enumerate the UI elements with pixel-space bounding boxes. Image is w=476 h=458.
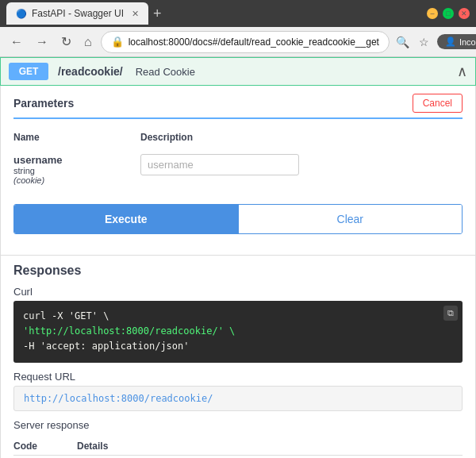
tab-close-icon[interactable]: ✕ [132, 9, 139, 19]
params-table: Name Description username string (cookie… [13, 127, 463, 191]
method-badge: GET [9, 63, 48, 80]
param-location: (cookie) [13, 175, 140, 185]
forward-button[interactable]: → [32, 33, 52, 51]
param-row-username: username string (cookie) [13, 148, 463, 191]
home-button[interactable]: ⌂ [80, 33, 96, 51]
responses-title: Responses [13, 264, 463, 278]
request-url-section: Request URL http://localhost:8000/readco… [13, 371, 463, 411]
search-icon[interactable]: 🔍 [394, 34, 411, 50]
param-desc-cell [140, 154, 463, 175]
active-tab[interactable]: 🔵 FastAPI - Swagger UI ✕ [6, 2, 148, 25]
title-bar: 🔵 FastAPI - Swagger UI ✕ + – □ ✕ [0, 0, 476, 27]
curl-line1: curl -X 'GET' \ [23, 310, 109, 321]
back-button[interactable]: ← [6, 33, 27, 51]
endpoint-header: GET /readcookie/ Read Cookie ∧ [0, 57, 476, 86]
curl-section: Curl curl -X 'GET' \ 'http://localhost:8… [13, 286, 463, 363]
execute-button[interactable]: Execute [14, 205, 238, 233]
nav-icons: 🔍 ☆ 👤 Incognito [394, 34, 476, 50]
username-input[interactable] [140, 154, 299, 175]
params-header: Parameters Cancel [13, 94, 463, 119]
curl-label: Curl [13, 286, 463, 298]
reload-button[interactable]: ↻ [57, 33, 75, 51]
parameters-section: Parameters Cancel Name Description usern… [0, 86, 476, 256]
curl-line2: 'http://localhost:8000/readcookie/' \ [23, 325, 235, 337]
responses-section: Responses Curl curl -X 'GET' \ 'http://l… [0, 256, 476, 458]
profile-icon: 👤 [445, 37, 456, 47]
request-url-value: http://localhost:8000/readcookie/ [24, 393, 213, 404]
copy-curl-button[interactable]: ⧉ [443, 306, 458, 321]
endpoint-summary: Read Cookie [136, 66, 195, 78]
clear-button[interactable]: Clear [238, 205, 463, 233]
minimize-button[interactable]: – [427, 8, 438, 19]
server-response-label: Server response [13, 419, 463, 431]
tab-area: 🔵 FastAPI - Swagger UI ✕ + [6, 2, 162, 25]
param-type: string [13, 166, 140, 175]
page-content: GET /readcookie/ Read Cookie ∧ Parameter… [0, 57, 476, 458]
maximize-button[interactable]: □ [443, 8, 454, 19]
new-tab-button[interactable]: + [153, 6, 162, 22]
window-controls: – □ ✕ [427, 8, 470, 19]
profile-button[interactable]: 👤 Incognito [437, 34, 476, 49]
param-name-cell: username string (cookie) [13, 154, 140, 185]
params-tab-label[interactable]: Parameters [13, 97, 74, 110]
request-url-box: http://localhost:8000/readcookie/ [13, 386, 463, 411]
cancel-button[interactable]: Cancel [413, 94, 463, 113]
close-button[interactable]: ✕ [459, 8, 470, 19]
params-table-header: Name Description [13, 127, 463, 148]
profile-label: Incognito [459, 37, 476, 47]
collapse-button[interactable]: ∧ [457, 63, 467, 80]
nav-bar: ← → ↻ ⌂ 🔒 localhost:8000/docs#/default/r… [0, 27, 476, 57]
address-bar[interactable]: 🔒 localhost:8000/docs#/default/read_cook… [101, 31, 390, 53]
bookmark-icon[interactable]: ☆ [417, 34, 431, 50]
col-description-header: Description [140, 132, 463, 143]
col-name-header: Name [13, 132, 140, 143]
response-col-code: Code [13, 441, 77, 452]
response-col-details: Details [77, 441, 463, 452]
endpoint-path: /readcookie/ [58, 65, 123, 78]
action-buttons: Execute Clear [13, 204, 463, 234]
tab-label: FastAPI - Swagger UI [32, 8, 124, 19]
response-table-header: Code Details [13, 437, 463, 456]
param-name: username [13, 154, 140, 166]
address-text: localhost:8000/docs#/default/read_cookie… [129, 37, 379, 48]
browser-chrome: 🔵 FastAPI - Swagger UI ✕ + – □ ✕ ← → ↻ ⌂… [0, 0, 476, 57]
curl-line3: -H 'accept: application/json' [23, 341, 190, 352]
curl-box: curl -X 'GET' \ 'http://localhost:8000/r… [13, 301, 463, 363]
request-url-label: Request URL [13, 371, 463, 383]
